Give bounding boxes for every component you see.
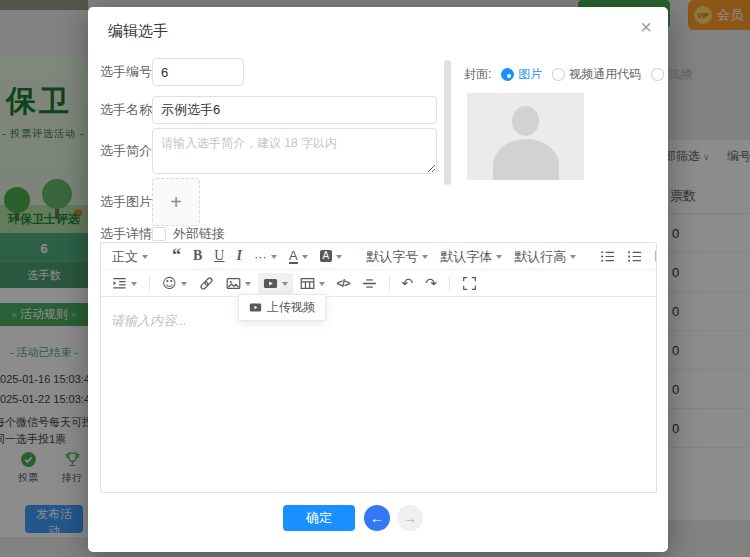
editor-toolbar-row2: ☺</>↶↷ <box>101 270 656 297</box>
cover-label: 封面: <box>464 66 491 83</box>
undo-button[interactable]: ↶ <box>397 273 419 293</box>
radio-selected-icon <box>501 68 514 81</box>
upload-video-menu-item[interactable]: 上传视频 <box>238 294 326 321</box>
emoji-button[interactable]: ☺ <box>157 273 192 293</box>
caret-down-icon <box>181 282 187 289</box>
ordered-list-button-icon <box>627 249 642 264</box>
cover-image-preview <box>467 93 584 180</box>
indent-button[interactable] <box>107 273 142 294</box>
insert-link-button-icon <box>199 276 214 291</box>
insert-table-button[interactable] <box>295 273 330 294</box>
font-color-button[interactable]: A <box>284 246 313 267</box>
next-contestant-button[interactable]: → <box>397 505 423 531</box>
font-size-select[interactable]: 默认字号 <box>361 247 433 266</box>
caret-down-icon <box>142 255 148 262</box>
toolbar-separator <box>149 275 150 291</box>
radio-icon <box>651 68 664 81</box>
code-block-button[interactable]: </> <box>332 275 355 292</box>
insert-table-button-icon <box>300 276 315 291</box>
editor-placeholder: 请输入内容... <box>111 313 187 328</box>
screen: 选择模板 VIP 会员 保卫 - 投票评选活动 - 环保卫士评选 6 选手数 « <box>0 0 750 557</box>
contestant-detail-label: 选手详情 <box>100 225 152 243</box>
editor-content-area[interactable]: 请输入内容... <box>101 299 656 492</box>
image-upload-box[interactable]: + <box>152 178 200 226</box>
fullscreen-button[interactable] <box>457 273 482 294</box>
editor-toolbar-row1: 正文“BUI···AA默认字号默认字体默认行高☑ <box>101 243 656 270</box>
caret-down-icon <box>336 255 342 262</box>
indent-button-icon <box>112 276 127 291</box>
caret-down-icon <box>131 282 137 289</box>
insert-video-button-icon <box>263 276 278 291</box>
cover-option-video-code[interactable]: 视频通用代码 <box>552 66 641 83</box>
contestant-name-row: 选手名称 <box>100 96 437 124</box>
blockquote-button[interactable]: “ <box>167 249 186 264</box>
split-line-button[interactable] <box>357 273 382 294</box>
rich-text-editor: 正文“BUI···AA默认字号默认字体默认行高☑ ☺</>↶↷ 请输入内容... <box>100 242 657 493</box>
caret-down-icon <box>496 255 502 262</box>
insert-image-button[interactable] <box>221 273 256 294</box>
previous-contestant-button[interactable]: ← <box>364 505 390 531</box>
caret-down-icon <box>422 255 428 262</box>
caret-down-icon <box>319 282 325 289</box>
caret-down-icon <box>302 255 308 262</box>
plus-icon: + <box>170 191 182 214</box>
contestant-image-label: 选手图片 <box>100 193 152 211</box>
italic-button[interactable]: I <box>231 246 246 266</box>
close-icon[interactable]: × <box>640 17 652 37</box>
bullet-list-button[interactable] <box>595 246 620 267</box>
background-color-button[interactable]: A <box>315 247 348 265</box>
insert-link-button[interactable] <box>194 273 219 294</box>
upload-video-icon <box>249 301 262 314</box>
format-paragraph-button[interactable]: 正文 <box>107 247 153 266</box>
contestant-intro-label: 选手简介 <box>100 142 152 160</box>
caret-down-icon <box>271 255 277 262</box>
ordered-list-button[interactable] <box>622 246 647 267</box>
cover-option-video[interactable]: 视频 <box>651 66 692 83</box>
cover-type-row: 封面: 图片 视频通用代码 视频 <box>464 66 702 83</box>
external-link-checkbox[interactable] <box>152 227 166 241</box>
contestant-name-label: 选手名称 <box>100 101 152 119</box>
bullet-list-button-icon <box>600 249 615 264</box>
caret-down-icon <box>570 255 576 262</box>
confirm-button[interactable]: 确定 <box>283 505 355 531</box>
line-height-select[interactable]: 默认行高 <box>509 247 581 266</box>
contestant-number-input[interactable] <box>152 58 244 86</box>
edit-contestant-modal: 编辑选手 × 选手编号 选手名称 选手简介 选手图片 + 选手详情 外部链接 封… <box>88 7 668 552</box>
radio-icon <box>552 68 565 81</box>
caret-down-icon <box>245 282 251 289</box>
cover-option-image[interactable]: 图片 <box>501 66 542 83</box>
contestant-intro-row: 选手简介 <box>100 128 437 174</box>
redo-button[interactable]: ↷ <box>420 273 442 293</box>
underline-button[interactable]: U <box>209 246 229 266</box>
avatar-silhouette <box>512 106 539 136</box>
caret-down-icon <box>282 282 288 289</box>
contestant-name-input[interactable] <box>152 96 437 124</box>
external-link-label: 外部链接 <box>173 225 225 243</box>
contestant-intro-textarea[interactable] <box>152 128 437 174</box>
contestant-image-row: 选手图片 + <box>100 178 200 226</box>
split-line-button-icon <box>362 276 377 291</box>
insert-image-button-icon <box>226 276 241 291</box>
contestant-detail-row: 选手详情 外部链接 <box>100 225 225 243</box>
fullscreen-button-icon <box>462 276 477 291</box>
form-scrollbar[interactable] <box>444 60 451 185</box>
insert-video-button[interactable] <box>258 273 293 294</box>
font-family-select[interactable]: 默认字体 <box>435 247 507 266</box>
contestant-number-row: 选手编号 <box>100 58 244 86</box>
toolbar-separator <box>389 275 390 291</box>
more-text-styles-button[interactable]: ··· <box>249 247 282 266</box>
toolbar-separator <box>449 275 450 291</box>
contestant-number-label: 选手编号 <box>100 63 152 81</box>
bold-button[interactable]: B <box>188 246 207 266</box>
todo-list-button[interactable]: ☑ <box>649 246 656 266</box>
modal-title: 编辑选手 <box>108 22 168 41</box>
